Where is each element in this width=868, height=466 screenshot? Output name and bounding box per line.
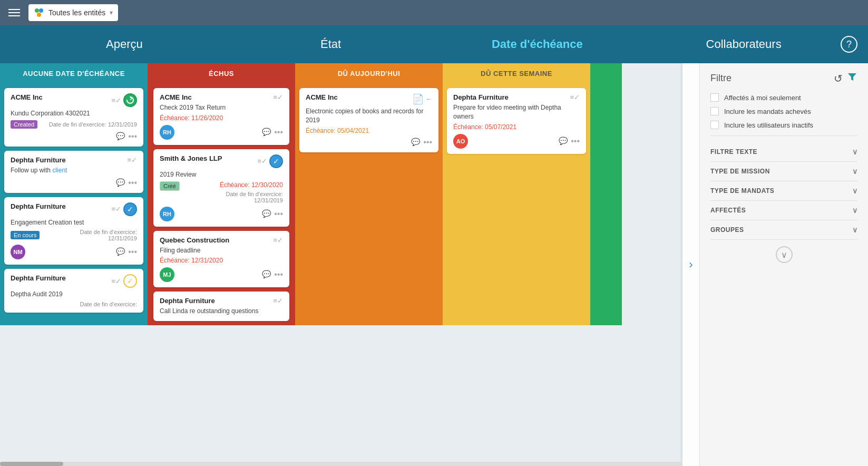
scroll-down-button[interactable]: ∨ [776,246,793,263]
chevron-down-icon: ∨ [852,187,858,195]
entity-label: Toutes les entités [48,8,105,17]
more-options-icon[interactable]: ••• [128,178,137,188]
filter-divider-1 [710,135,857,136]
filter-section-mandats[interactable]: TYPE DE MANDATS ∨ [710,181,857,201]
filter-row-3: Inclure les utilisateurs inactifs [710,121,857,129]
col-due-this-week-body: Dephta Furniture ≡✓ Prepare for video me… [443,84,590,325]
chevron-down-icon: ∨ [852,206,858,215]
scroll-right-arrow[interactable]: › [682,63,699,466]
more-options-icon[interactable]: ••• [571,137,580,146]
green-chat-icon[interactable]: 💬 [262,128,271,137]
card-title: ACME Inc [11,93,43,101]
chat-icon[interactable]: 💬 [262,209,271,219]
col-due-today: DÛ AUJOURD'HUI ACME Inc 📄 ← Electronic c… [295,63,443,325]
card-acme-kundu[interactable]: ACME Inc ≡✓ Kundu Corporation 4302021 [4,88,143,147]
card-date-value: 12/31/2019 [108,121,137,128]
card-title: ACME Inc [160,93,192,101]
scrollbar-thumb [0,462,63,466]
card-quebec-filing[interactable]: Quebec Construction ≡✓ Filing deadline É… [153,231,289,288]
card-smith-jones[interactable]: Smith & Jones LLP ≡✓ ✓ 2019 Review Créé … [153,149,289,227]
tab-date-echeance[interactable]: Date d'échéance [434,37,641,51]
chevron-icon: ▾ [110,9,113,16]
tab-collaborateurs[interactable]: Collaborateurs [640,37,847,51]
more-options-icon[interactable]: ••• [423,138,432,147]
col-overdue-header: ÉCHUS [149,63,294,84]
filter-section-groupes[interactable]: GROUPES ∨ [710,220,857,240]
chat-icon[interactable]: 💬 [116,247,125,257]
filter-section-texte[interactable]: FILTRE TEXTE ∨ [710,142,857,162]
chat-icon[interactable]: 💬 [116,178,125,188]
card-acme-tax[interactable]: ACME Inc ≡✓ Check 2019 Tax Return Échéan… [153,88,289,145]
svg-marker-3 [848,73,856,81]
help-button[interactable]: ? [841,36,857,53]
col-due-this-week: DÛ CETTE SEMAINE Dephta Furniture ≡✓ Pre… [443,63,590,325]
card-footer: 💬 ••• [11,178,137,188]
lines-icon: ≡✓ [127,156,137,164]
col-no-due: AUCUNE DATE D'ÉCHÉANCE ACME Inc ≡✓ [0,63,148,325]
green-chat-icon[interactable]: 💬 [411,138,420,147]
section-label-texte: FILTRE TEXTE [710,148,757,156]
filter-row-2: Inclure les mandats achevés [710,107,857,115]
card-title: Dephta Furniture [160,297,215,305]
more-options-icon[interactable]: ••• [128,247,137,257]
filter-section-affectes[interactable]: AFFECTÉS ∨ [710,201,857,220]
card-desc: Deptha Audit 2019 [11,290,137,299]
chat-icon[interactable]: 💬 [116,132,125,141]
hamburger-menu[interactable] [8,9,20,16]
chevron-down-icon: ∨ [852,167,858,176]
horizontal-scrollbar[interactable] [0,462,682,466]
gold-check-icon: ✓ [123,274,137,288]
col-due-today-header: DÛ AUJOURD'HUI [295,63,443,84]
main-content: AUCUNE DATE D'ÉCHÉANCE ACME Inc ≡✓ [0,63,868,466]
col-due-today-body: ACME Inc 📄 ← Electronic copies of books … [295,84,443,325]
tab-etat[interactable]: État [228,37,434,51]
card-dephta-followup[interactable]: Dephta Furniture ≡✓ Follow up with clien… [4,151,143,193]
checkbox-affectes[interactable] [710,93,719,102]
filter-header-icons: ↺ [834,72,857,85]
section-label-affectes: AFFECTÉS [710,207,746,214]
lines-icon: ≡✓ [273,93,283,101]
card-desc: 2019 Review [160,170,283,179]
card-dephta-audit[interactable]: Dephta Furniture ≡✓ ✓ Deptha Audit 2019 … [4,269,143,313]
kanban-wrapper: AUCUNE DATE D'ÉCHÉANCE ACME Inc ≡✓ [0,63,699,466]
arrow-icon: ← [426,95,432,103]
col-green-body [590,76,622,325]
tab-apercu[interactable]: Aperçu [21,37,228,51]
lines-icon: ≡✓ [273,236,283,244]
doc-icon: 📄 [412,93,424,105]
filter-header: Filtre ↺ [710,72,857,85]
card-dephta-linda[interactable]: Dephta Furniture ≡✓ Call Linda re outsta… [153,292,289,321]
chat-icon[interactable]: 💬 [559,137,568,146]
more-options-icon[interactable]: ••• [274,128,283,137]
card-footer: MJ 💬 ••• [160,267,283,282]
lines-icon: ≡✓ [111,277,121,285]
card-date-label: Date de fin d'exercice: [220,191,283,197]
col-overdue-body: ACME Inc ≡✓ Check 2019 Tax Return Échéan… [149,84,294,325]
lines-icon: ≡✓ [273,297,283,305]
card-dephta-engagement[interactable]: Dephta Furniture ≡✓ ✓ Engagement Creatio… [4,197,143,265]
card-title: Quebec Construction [160,236,229,244]
filter-funnel-icon[interactable] [847,72,857,85]
checkbox-label-utilisateurs-inactifs: Inclure les utilisateurs inactifs [724,121,813,129]
chat-icon[interactable]: 💬 [262,270,271,279]
card-title: Dephta Furniture [453,93,509,101]
card-dephta-video[interactable]: Dephta Furniture ≡✓ Prepare for video me… [447,88,586,154]
avatar: NM [11,245,25,259]
card-title: Dephta Furniture [11,156,66,164]
card-acme-electronic[interactable]: ACME Inc 📄 ← Electronic copies of books … [299,88,438,152]
checkbox-mandats-acheves[interactable] [710,107,719,115]
card-title: Dephta Furniture [11,274,66,282]
reset-filter-icon[interactable]: ↺ [834,72,843,85]
filter-section-mission[interactable]: TYPE DE MISSION ∨ [710,162,857,181]
entity-selector[interactable]: Toutes les entités ▾ [28,4,118,21]
more-options-icon[interactable]: ••• [128,132,137,141]
card-date-value: 12/31/2019 [220,197,283,203]
chevron-down-icon: ∨ [852,148,858,156]
more-options-icon[interactable]: ••• [274,270,283,279]
chevron-down-circle-icon: ∨ [781,250,787,260]
checkbox-utilisateurs-inactifs[interactable] [710,121,719,129]
card-desc: Electronic copies of books and records f… [306,107,432,125]
more-options-icon[interactable]: ••• [274,209,283,219]
chevron-right-icon: › [689,258,693,271]
checkbox-label-mandats-acheves: Inclure les mandats achevés [724,108,811,115]
